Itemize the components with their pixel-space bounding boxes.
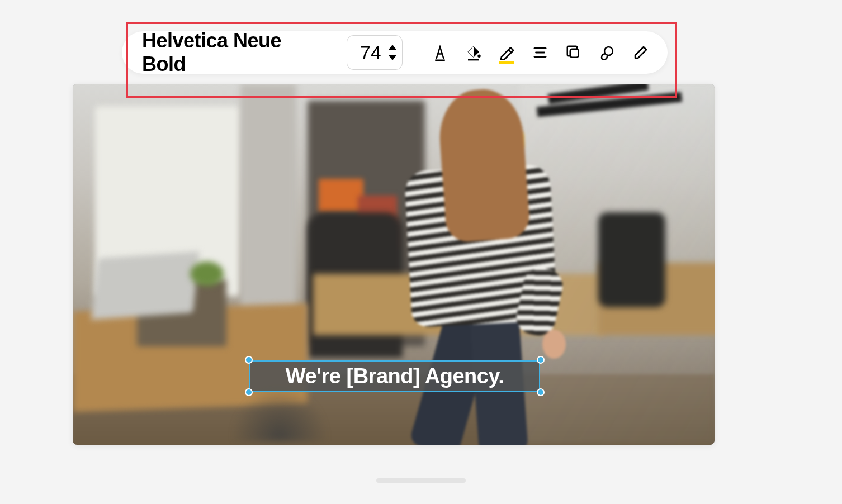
font-size-increase[interactable] [389,45,396,50]
highlighter-button[interactable] [495,40,519,65]
highlighter-icon [499,44,515,61]
text-color-button[interactable] [428,40,452,65]
align-button[interactable] [528,40,552,65]
text-content[interactable]: We're [Brand] Agency. [286,364,504,388]
resize-handle-bottom-right[interactable] [537,388,545,396]
fill-color-button[interactable] [461,40,486,65]
layers-icon [565,44,582,61]
selected-text-element[interactable]: We're [Brand] Agency. [249,360,540,392]
edit-button[interactable] [628,40,653,65]
effects-button[interactable] [595,40,619,65]
text-box[interactable]: We're [Brand] Agency. [249,360,540,392]
text-color-icon [432,44,448,61]
slide-indicator [376,478,466,483]
text-format-toolbar: Helvetica Neue Bold 74 [122,31,668,74]
fill-color-icon [465,44,482,61]
layers-button[interactable] [561,40,586,65]
font-size-stepper [389,45,396,60]
align-icon [532,44,548,61]
font-family-selector[interactable]: Helvetica Neue Bold [142,29,343,76]
resize-handle-top-left[interactable] [245,356,253,364]
font-size-input[interactable]: 74 [358,42,383,64]
toolbar-separator [413,40,413,65]
svg-point-1 [477,55,481,58]
resize-handle-bottom-left[interactable] [245,388,253,396]
effects-icon [599,44,616,61]
design-canvas[interactable]: We're [Brand] Agency. [73,84,715,445]
svg-point-7 [604,47,613,55]
svg-rect-6 [570,49,579,58]
font-size-decrease[interactable] [389,55,396,60]
edit-icon [632,44,649,61]
font-size-control: 74 [347,35,403,70]
resize-handle-top-right[interactable] [537,356,545,364]
